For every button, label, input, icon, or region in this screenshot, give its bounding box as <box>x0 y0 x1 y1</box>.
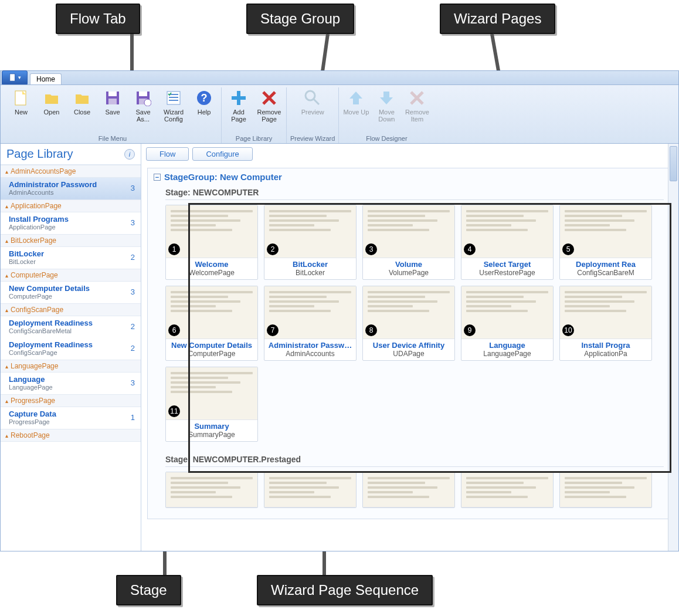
preview-button[interactable]: Preview <box>299 87 326 116</box>
svg-rect-4 <box>108 99 117 104</box>
wizard-page-card[interactable] <box>165 472 258 508</box>
help-button[interactable]: ?Help <box>191 87 218 123</box>
collapse-icon[interactable]: − <box>154 174 161 181</box>
wizard-page-card[interactable]: 7Administrator Passw…AdminAccounts <box>264 286 357 361</box>
callout-stage-group: Stage Group <box>246 4 354 34</box>
remove-page-button[interactable]: Remove Page <box>256 87 283 123</box>
wizard-page-card[interactable]: 10Install PrograApplicationPa <box>559 286 652 361</box>
sidebar-item[interactable]: LanguageLanguagePage3 <box>1 373 141 394</box>
stage-header[interactable]: Stage: NEWCOMPUTER <box>165 185 664 200</box>
sidebar-category[interactable]: ▴ProgressPage <box>1 394 141 407</box>
wizard-page-card[interactable] <box>362 472 455 508</box>
chevron-up-icon: ▴ <box>5 432 8 439</box>
card-thumbnail <box>363 472 454 507</box>
connector <box>130 34 134 75</box>
wizard-page-card[interactable] <box>559 472 652 508</box>
wizard-page-card[interactable]: 3VolumeVolumePage <box>362 205 455 280</box>
card-subtitle: AdminAccounts <box>264 350 356 360</box>
add-page-button[interactable]: Add Page <box>225 87 252 123</box>
scrollbar-vertical[interactable] <box>668 144 678 551</box>
close-button[interactable]: Close <box>69 87 96 123</box>
stage-header[interactable]: Stage: NEWCOMPUTER.Prestaged <box>165 452 664 467</box>
card-thumbnail: 4 <box>461 205 553 258</box>
sidebar-item[interactable]: Install ProgramsApplicationPage3 <box>1 212 141 234</box>
svg-point-17 <box>305 91 315 100</box>
tab-flow[interactable]: Flow <box>146 147 189 161</box>
card-number-badge: 10 <box>562 324 574 336</box>
move-down-button[interactable]: Move Down <box>373 87 400 123</box>
move-up-button[interactable]: Move Up <box>342 87 369 123</box>
card-number-badge: 4 <box>464 243 476 255</box>
card-thumbnail: 10 <box>560 286 651 339</box>
wizard-page-card[interactable]: 4Select TargetUserRestorePage <box>461 205 554 280</box>
sidebar-item[interactable]: Capture DataProgressPage1 <box>1 407 141 429</box>
ribbon-group-label: Flow Designer <box>366 134 407 143</box>
card-number-badge: 7 <box>267 324 279 336</box>
card-title: Language <box>461 339 553 350</box>
sidebar-item[interactable]: Deployment ReadinessConfigScanPage2 <box>1 338 141 360</box>
card-thumbnail: 1 <box>166 205 257 258</box>
ribbon: New Open Close Save Save As... Wizard Co… <box>1 85 678 144</box>
card-number-badge: 9 <box>464 324 476 336</box>
sidebar-category[interactable]: ▴ConfigScanPage <box>1 303 141 316</box>
sidebar-item[interactable]: New Computer DetailsComputerPage3 <box>1 282 141 303</box>
ribbon-group-label: File Menu <box>99 134 127 143</box>
sidebar-category[interactable]: ▴ComputerPage <box>1 269 141 282</box>
callout-stage: Stage <box>116 575 181 605</box>
card-subtitle: VolumePage <box>363 269 454 279</box>
sidebar-category[interactable]: ▴RebootPage <box>1 429 141 442</box>
wizard-page-card[interactable]: 9LanguageLanguagePage <box>461 286 554 361</box>
save-as-button[interactable]: Save As... <box>130 87 157 123</box>
callout-wizard-page-seq: Wizard Page Sequence <box>257 575 433 605</box>
wizard-page-card[interactable]: 2BitLockerBitLocker <box>264 205 357 280</box>
new-button[interactable]: New <box>8 87 35 123</box>
card-title: Select Target <box>461 258 553 269</box>
card-thumbnail <box>264 472 356 507</box>
remove-item-button[interactable]: Remove Item <box>403 87 430 123</box>
wizard-page-card[interactable]: 8User Device AffinityUDAPage <box>362 286 455 361</box>
sidebar-category[interactable]: ▴AdminAccountsPage <box>1 165 141 178</box>
info-icon[interactable]: i <box>124 149 135 160</box>
chevron-up-icon: ▴ <box>5 238 8 244</box>
wizard-page-card[interactable]: 5Deployment ReaConfigScanBareM <box>559 205 652 280</box>
sidebar-category[interactable]: ▴LanguagePage <box>1 360 141 373</box>
open-button[interactable]: Open <box>38 87 65 123</box>
ribbon-group-label: Preview Wizard <box>290 134 335 143</box>
card-title: User Device Affinity <box>363 339 454 350</box>
sidebar-item[interactable]: Deployment ReadinessConfigScanBareMetal2 <box>1 316 141 338</box>
sidebar-category[interactable]: ▴BitLockerPage <box>1 234 141 247</box>
tab-configure[interactable]: Configure <box>192 147 252 161</box>
sidebar-category[interactable]: ▴ApplicationPage <box>1 199 141 212</box>
card-subtitle: UserRestorePage <box>461 269 553 279</box>
wizard-page-card[interactable] <box>461 472 554 508</box>
card-thumbnail <box>461 472 553 507</box>
app-window: ▾ Home New Open Close Save Save As... Wi… <box>0 70 679 551</box>
tab-home[interactable]: Home <box>30 73 62 84</box>
chevron-up-icon: ▴ <box>5 168 8 175</box>
sidebar-item[interactable]: Administrator PasswordAdminAccounts3 <box>1 178 141 199</box>
chevron-up-icon: ▴ <box>5 398 8 404</box>
card-title: Administrator Passw… <box>264 339 356 350</box>
card-title: Welcome <box>166 258 257 269</box>
save-button[interactable]: Save <box>99 87 126 123</box>
card-title: New Computer Details <box>166 339 257 350</box>
card-number-badge: 3 <box>365 243 377 255</box>
stage-group-header[interactable]: − StageGroup: New Computer <box>148 168 672 185</box>
wizard-config-button[interactable]: Wizard Config <box>160 87 187 123</box>
card-thumbnail <box>560 472 651 507</box>
wizard-page-card[interactable]: 1WelcomeWelcomePage <box>165 205 258 280</box>
wizard-page-card[interactable] <box>264 472 357 508</box>
sidebar-item[interactable]: BitLockerBitLocker2 <box>1 247 141 269</box>
card-subtitle: ComputerPage <box>166 350 257 360</box>
callout-wizard-pages: Wizard Pages <box>440 4 555 34</box>
card-thumbnail: 9 <box>461 286 553 339</box>
main-panel: Flow Configure − StageGroup: New Compute… <box>141 144 678 551</box>
wizard-page-card[interactable]: 6New Computer DetailsComputerPage <box>165 286 258 361</box>
app-menu-button[interactable]: ▾ <box>2 70 28 84</box>
card-number-badge: 11 <box>168 405 180 417</box>
card-subtitle: SummaryPage <box>166 431 257 441</box>
ribbon-group-label: Page Library <box>236 134 272 143</box>
wizard-page-card[interactable]: 11SummarySummaryPage <box>165 367 258 442</box>
chevron-up-icon: ▴ <box>5 272 8 279</box>
card-subtitle: LanguagePage <box>461 350 553 360</box>
